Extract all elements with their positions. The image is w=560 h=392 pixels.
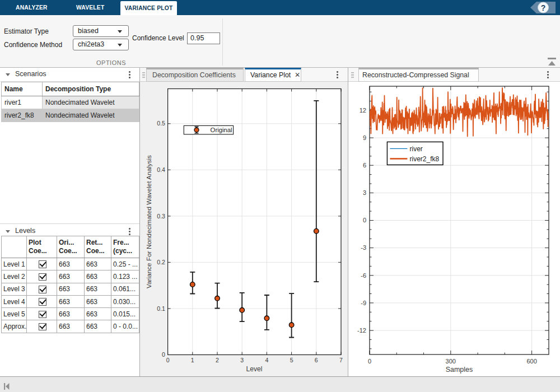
svg-text:0: 0 (363, 217, 366, 223)
svg-text:Original: Original (211, 127, 232, 133)
svg-text:0.3: 0.3 (157, 213, 165, 220)
svg-text:0: 0 (368, 358, 371, 365)
svg-text:Variance For Nondecimated Wave: Variance For Nondecimated Wavelet Analys… (145, 155, 153, 288)
svg-text:6: 6 (363, 162, 366, 169)
svg-text:0.1: 0.1 (157, 305, 165, 312)
svg-text:3: 3 (363, 189, 366, 196)
svg-text:0: 0 (162, 351, 165, 358)
svg-text:Level: Level (246, 365, 262, 373)
svg-text:4: 4 (265, 357, 268, 363)
svg-text:-9: -9 (361, 300, 366, 306)
svg-text:0.4: 0.4 (157, 166, 165, 173)
svg-text:7: 7 (339, 357, 343, 363)
svg-text:river: river (410, 145, 423, 153)
svg-text:river2_fk8: river2_fk8 (410, 155, 440, 163)
svg-text:0: 0 (166, 357, 170, 363)
svg-text:3: 3 (240, 357, 244, 363)
svg-text:0.2: 0.2 (157, 259, 165, 265)
svg-text:300: 300 (446, 358, 456, 365)
svg-text:1: 1 (191, 357, 194, 363)
svg-text:5: 5 (290, 357, 293, 363)
svg-text:-6: -6 (361, 272, 366, 279)
svg-text:600: 600 (526, 358, 536, 365)
svg-text:Samples: Samples (446, 366, 473, 374)
svg-text:6: 6 (315, 357, 318, 363)
svg-text:-3: -3 (361, 244, 366, 251)
svg-text:2: 2 (216, 357, 219, 363)
svg-text:0.5: 0.5 (157, 120, 165, 127)
svg-text:-12: -12 (357, 327, 366, 334)
svg-text:9: 9 (363, 134, 366, 141)
svg-text:12: 12 (360, 107, 366, 114)
svg-text:?: ? (541, 3, 546, 12)
